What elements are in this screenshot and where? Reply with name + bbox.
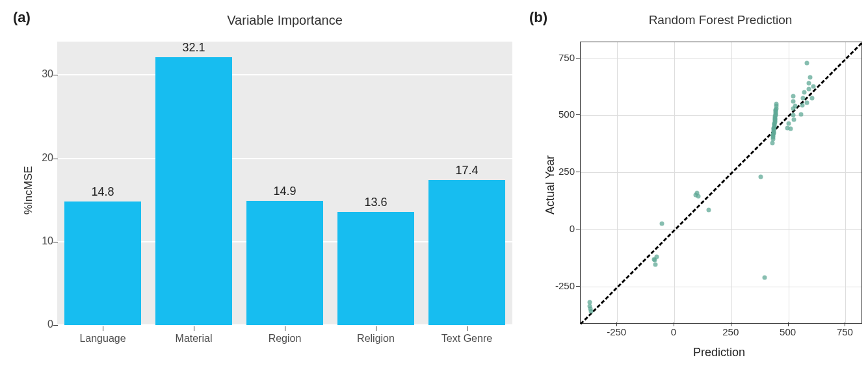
chart-a-xtick: Region [246, 333, 323, 344]
bar-value-label: 13.6 [337, 196, 414, 209]
bar-value-label: 32.1 [155, 41, 232, 55]
scatter-point [800, 103, 804, 107]
chart-a-ytick: 0 [27, 318, 53, 330]
chart-a-plot-area: 14.832.114.913.617.4 [57, 42, 512, 325]
bar-text-genre [428, 180, 505, 325]
bar-religion [337, 212, 414, 325]
scatter-point [706, 208, 711, 213]
chart-b-xtick: 500 [772, 326, 804, 337]
subplot-label-a: (a) [13, 9, 31, 26]
scatter-point [789, 127, 793, 131]
panel-a: (a) Variable Importance 14.832.114.913.6… [7, 6, 516, 370]
scatter-point [653, 263, 658, 267]
chart-b-ylabel: Actual Year [544, 155, 557, 214]
scatter-point [804, 60, 809, 65]
scatter-point [791, 94, 795, 98]
subplot-label-b: (b) [529, 9, 547, 26]
scatter-point [759, 175, 763, 179]
scatter-point [762, 275, 767, 280]
scatter-point [807, 81, 811, 86]
scatter-point [811, 84, 816, 89]
chart-a-xtick: Religion [337, 333, 414, 344]
chart-a-ytick: 30 [27, 68, 53, 80]
chart-b-ytick: 500 [546, 109, 575, 120]
scatter-point [804, 101, 809, 105]
scatter-point [807, 87, 811, 92]
bar-material [155, 57, 232, 325]
reference-line [580, 42, 862, 324]
scatter-point [810, 96, 815, 101]
chart-b-ytick: 0 [546, 223, 575, 234]
chart-b-xtick: 250 [715, 326, 747, 337]
chart-a-ylabel: %IncMSE [22, 166, 35, 214]
scatter-point [791, 113, 795, 118]
bar-value-label: 14.9 [246, 185, 323, 198]
scatter-point [588, 309, 593, 314]
chart-b-ytick: 750 [546, 52, 575, 63]
chart-b-xtick: 0 [657, 326, 690, 337]
bar-value-label: 17.4 [428, 164, 505, 177]
scatter-point [792, 118, 796, 122]
chart-b-ytick: -250 [546, 280, 575, 291]
scatter-point [791, 99, 795, 104]
bar-language [64, 202, 141, 325]
scatter-point [808, 75, 812, 80]
bar-value-label: 14.8 [64, 185, 141, 199]
scatter-point [659, 222, 664, 226]
chart-b-xtick: -250 [600, 326, 633, 337]
chart-a-xtick: Material [155, 333, 232, 344]
panel-b: (b) Random Forest Prediction -2500250500… [523, 6, 861, 370]
chart-b-xlabel: Prediction [693, 346, 745, 359]
chart-a-title: Variable Importance [57, 13, 512, 28]
scatter-point [802, 90, 807, 95]
scatter-point [774, 101, 778, 106]
chart-b-xtick: 750 [828, 326, 861, 337]
scatter-point [654, 255, 659, 259]
scatter-point [695, 190, 700, 195]
bar-region [246, 201, 323, 325]
chart-a-ytick: 20 [27, 152, 53, 164]
chart-a-xtick: Text Genre [428, 333, 505, 344]
chart-a-xtick: Language [64, 333, 141, 344]
chart-a-ytick: 10 [27, 235, 53, 247]
scatter-point [801, 96, 806, 101]
chart-b-title: Random Forest Prediction [580, 13, 861, 27]
scatter-point [798, 112, 803, 116]
scatter-point [786, 121, 791, 125]
chart-b-plot-area [580, 42, 862, 324]
scatter-point [793, 104, 798, 109]
